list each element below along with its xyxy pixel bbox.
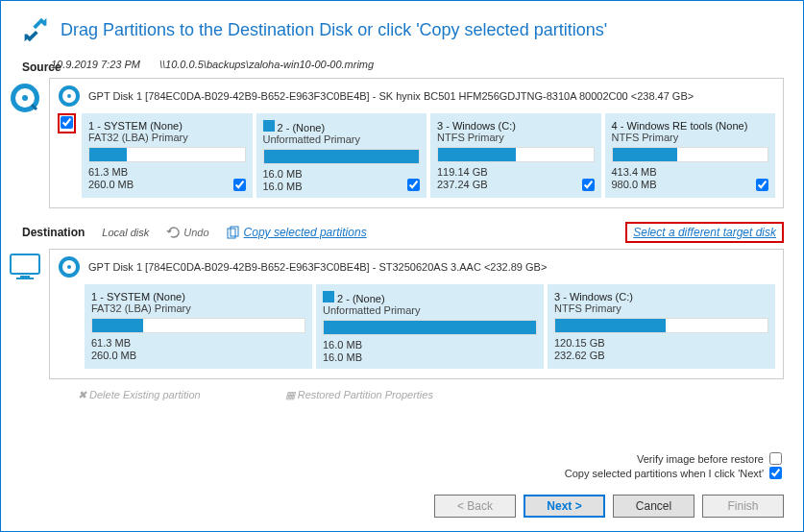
select-all-checkbox[interactable] bbox=[61, 116, 73, 129]
partition-tile[interactable]: 1 - SYSTEM (None)FAT32 (LBA) Primary61.3… bbox=[82, 113, 253, 198]
source-disk-icon bbox=[9, 82, 41, 114]
partition-fs: NTFS Primary bbox=[554, 302, 768, 314]
source-timestamp: 10.9.2019 7:23 PM bbox=[51, 59, 140, 70]
svg-rect-10 bbox=[16, 278, 34, 279]
back-button: < Back bbox=[434, 495, 516, 518]
total-size: 16.0 MB bbox=[263, 181, 421, 193]
partition-checkbox[interactable] bbox=[756, 179, 768, 191]
partition-title: 1 - SYSTEM (None) bbox=[88, 120, 246, 132]
copy-selected-link[interactable]: Copy selected partitions bbox=[227, 226, 367, 239]
finish-button: Finish bbox=[702, 495, 784, 518]
partition-tile[interactable]: 1 - SYSTEM (None)FAT32 (LBA) Primary61.3… bbox=[85, 284, 312, 369]
copy-on-next-option[interactable]: Copy selected partitions when I click 'N… bbox=[565, 467, 782, 479]
partition-fs: Unformatted Primary bbox=[323, 304, 537, 316]
usage-bar bbox=[437, 147, 595, 162]
destination-panel: GPT Disk 1 [784EC0DA-B029-42B9-B652-E963… bbox=[49, 249, 784, 379]
partition-tile[interactable]: 2 - (None)Unformatted Primary16.0 MB16.0… bbox=[256, 113, 427, 198]
partition-checkbox[interactable] bbox=[233, 179, 246, 191]
svg-rect-8 bbox=[11, 254, 39, 274]
partition-fs: FAT32 (LBA) Primary bbox=[88, 132, 246, 143]
source-path: \\10.0.0.5\backups\zaloha-win10-00-00.mr… bbox=[159, 59, 374, 70]
used-size: 16.0 MB bbox=[263, 168, 421, 181]
used-size: 61.3 MB bbox=[91, 337, 305, 350]
total-size: 260.0 MB bbox=[88, 179, 246, 191]
source-disk-name: GPT Disk 1 [784EC0DA-B029-42B9-B652-E963… bbox=[88, 90, 694, 102]
used-size: 413.4 MB bbox=[612, 166, 769, 179]
wizard-icon bbox=[22, 16, 49, 43]
partition-fs: NTFS Primary bbox=[437, 132, 595, 143]
usage-bar bbox=[88, 147, 246, 162]
total-size: 16.0 MB bbox=[323, 351, 537, 364]
partition-title: 1 - SYSTEM (None) bbox=[91, 291, 305, 302]
used-size: 120.15 GB bbox=[554, 337, 768, 350]
partition-fs: FAT32 (LBA) Primary bbox=[91, 302, 305, 314]
partition-tile[interactable]: 4 - Windows RE tools (None)NTFS Primary4… bbox=[605, 113, 776, 198]
source-panel: GPT Disk 1 [784EC0DA-B029-42B9-B652-E963… bbox=[49, 78, 784, 208]
disk-icon bbox=[58, 255, 81, 278]
partition-tile[interactable]: 2 - (None)Unformatted Primary16.0 MB16.0… bbox=[316, 284, 544, 369]
partition-fs: Unformatted Primary bbox=[263, 133, 421, 145]
page-title: Drag Partitions to the Destination Disk … bbox=[61, 20, 607, 40]
usage-bar bbox=[91, 318, 305, 333]
partition-title: 2 - (None) bbox=[323, 291, 537, 304]
destination-label: Destination bbox=[22, 226, 85, 239]
usage-bar bbox=[263, 149, 421, 164]
total-size: 260.0 MB bbox=[91, 350, 305, 362]
partition-title: 3 - Windows (C:) bbox=[437, 120, 595, 132]
partition-checkbox[interactable] bbox=[582, 179, 595, 191]
svg-point-5 bbox=[67, 94, 71, 98]
usage-bar bbox=[554, 318, 768, 333]
svg-point-13 bbox=[67, 265, 71, 269]
delete-partition-action: ✖ Delete Existing partition bbox=[78, 389, 201, 401]
cancel-button[interactable]: Cancel bbox=[613, 495, 694, 518]
partition-title: 4 - Windows RE tools (None) bbox=[612, 120, 769, 132]
usage-bar bbox=[323, 320, 537, 335]
partition-tile[interactable]: 3 - Windows (C:)NTFS Primary119.14 GB237… bbox=[430, 113, 601, 198]
used-size: 16.0 MB bbox=[323, 339, 537, 351]
total-size: 232.62 GB bbox=[554, 350, 768, 362]
partition-title: 3 - Windows (C:) bbox=[554, 291, 768, 302]
verify-option[interactable]: Verify image before restore bbox=[565, 452, 782, 465]
monitor-icon bbox=[9, 253, 41, 281]
used-size: 119.14 GB bbox=[437, 166, 595, 179]
disk-icon bbox=[58, 85, 81, 108]
total-size: 237.24 GB bbox=[437, 179, 595, 191]
used-size: 61.3 MB bbox=[88, 166, 246, 179]
usage-bar bbox=[612, 147, 769, 162]
select-all-highlight bbox=[58, 113, 76, 133]
svg-point-2 bbox=[22, 95, 28, 101]
local-disk-label: Local disk bbox=[102, 227, 149, 238]
next-button[interactable]: Next > bbox=[524, 495, 605, 518]
select-different-disk-link[interactable]: Select a different target disk bbox=[625, 222, 784, 243]
partition-tile[interactable]: 3 - Windows (C:)NTFS Primary120.15 GB232… bbox=[548, 284, 775, 369]
restored-props-action: ▦ Restored Partition Properties bbox=[285, 389, 433, 401]
svg-rect-9 bbox=[20, 276, 30, 278]
total-size: 980.0 MB bbox=[612, 179, 769, 191]
partition-checkbox[interactable] bbox=[407, 179, 420, 191]
partition-title: 2 - (None) bbox=[263, 120, 421, 133]
partition-fs: NTFS Primary bbox=[612, 132, 769, 143]
undo-button[interactable]: Undo bbox=[166, 226, 208, 239]
dest-disk-name: GPT Disk 1 [784EC0DA-B029-42B9-B652-E963… bbox=[88, 261, 547, 273]
